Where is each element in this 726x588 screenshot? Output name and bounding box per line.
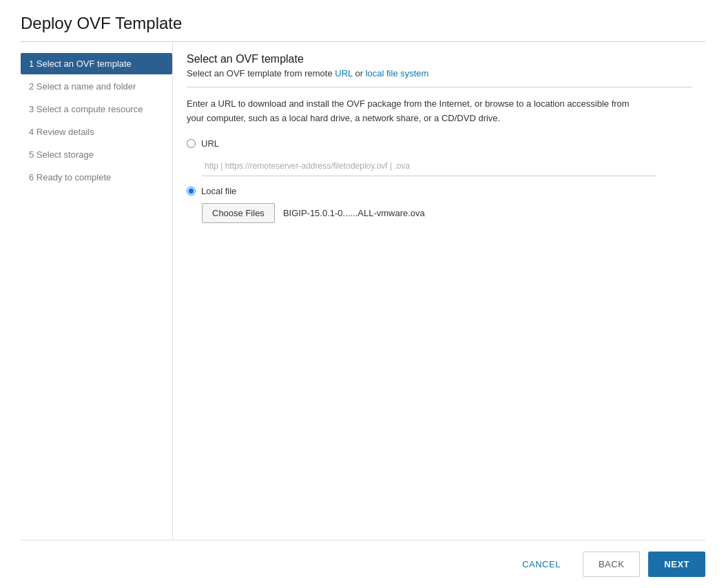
sidebar-item-step3: 3 Select a compute resource <box>21 98 172 120</box>
url-radio-option: URL <box>187 138 692 149</box>
url-input[interactable] <box>202 156 656 176</box>
url-radio-label[interactable]: URL <box>201 138 219 149</box>
content-divider <box>187 87 692 87</box>
url-radio[interactable] <box>187 139 196 148</box>
footer: CANCEL BACK NEXT <box>21 540 705 588</box>
cancel-button[interactable]: CANCEL <box>508 552 574 576</box>
chosen-file-name: BIGIP-15.0.1-0......ALL-vmware.ova <box>283 208 425 218</box>
content-area: Select an OVF template Select an OVF tem… <box>172 42 705 540</box>
url-input-wrapper <box>202 156 692 176</box>
content-title: Select an OVF template <box>187 53 692 65</box>
radio-group: URL Local file Choose Files BIGIP-15.0.1… <box>187 138 692 223</box>
sidebar-item-step1[interactable]: 1 Select an OVF template <box>21 53 172 74</box>
url-link[interactable]: URL <box>335 68 353 78</box>
back-button[interactable]: BACK <box>583 552 640 577</box>
sidebar-item-step6: 6 Ready to complete <box>21 167 172 188</box>
sidebar-item-step4: 4 Review details <box>21 121 172 143</box>
sidebar-item-step5: 5 Select storage <box>21 144 172 165</box>
description-text: Enter a URL to download and install the … <box>187 97 641 126</box>
local-file-radio[interactable] <box>187 187 196 196</box>
page-title: Deploy OVF Template <box>21 14 705 33</box>
choose-files-row: Choose Files BIGIP-15.0.1-0......ALL-vmw… <box>202 203 692 223</box>
sidebar-item-step2: 2 Select a name and folder <box>21 76 172 97</box>
local-file-radio-option: Local file <box>187 186 692 196</box>
next-button[interactable]: NEXT <box>648 552 705 577</box>
choose-files-button[interactable]: Choose Files <box>202 203 275 223</box>
content-subtitle: Select an OVF template from remote URL o… <box>187 68 692 78</box>
sidebar: 1 Select an OVF template 2 Select a name… <box>21 42 172 540</box>
local-file-label[interactable]: Local file <box>201 186 236 196</box>
local-file-system-link[interactable]: local file system <box>366 68 429 78</box>
